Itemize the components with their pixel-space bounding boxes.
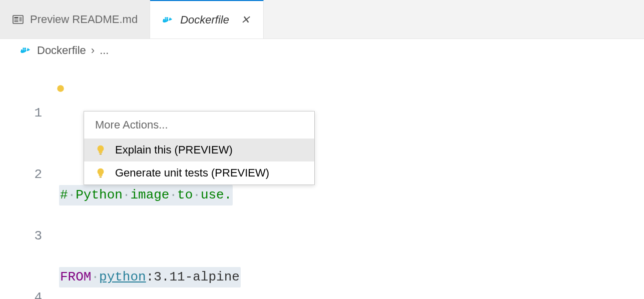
svg-rect-13 [23, 48, 25, 50]
lightbulb-marker-icon[interactable] [56, 84, 65, 93]
svg-rect-11 [23, 50, 25, 51]
code-line[interactable]: #·Python·image·to·use. [59, 185, 644, 206]
svg-rect-1 [15, 17, 19, 18]
tab-label: Preview README.md [30, 13, 138, 26]
line-number: 4 [0, 288, 42, 299]
popup-header: More Actions... [84, 112, 314, 138]
svg-rect-16 [100, 154, 102, 154]
tab-bar: Preview README.md Dockerfile ✕ [0, 0, 644, 39]
svg-point-15 [57, 85, 64, 92]
popup-item-label: Generate unit tests (PREVIEW) [115, 166, 269, 180]
popup-item-generate-tests[interactable]: Generate unit tests (PREVIEW) [84, 162, 314, 184]
svg-rect-5 [163, 19, 165, 20]
svg-rect-14 [25, 48, 26, 50]
tab-label: Dockerfile [180, 14, 229, 26]
docker-icon [162, 16, 174, 24]
lightbulb-icon [95, 144, 106, 156]
tab-dockerfile[interactable]: Dockerfile ✕ [150, 0, 264, 38]
close-icon[interactable]: ✕ [239, 14, 251, 26]
line-number: 2 [0, 164, 42, 185]
line-number: 3 [0, 226, 42, 246]
lightbulb-icon [95, 168, 106, 178]
chevron-right-icon: › [91, 44, 95, 57]
svg-rect-10 [21, 50, 23, 51]
code-text: :3.11-alpine [146, 270, 240, 284]
docker-icon [20, 46, 32, 55]
code-comment: #·Python·image·to·use. [60, 188, 232, 202]
line-number-gutter: 1 2 3 4 5 6 7 8 9 10 11 12 [0, 62, 59, 299]
line-number: 1 [0, 103, 42, 124]
code-link[interactable]: python [99, 270, 146, 284]
svg-rect-12 [25, 50, 26, 51]
svg-rect-9 [167, 17, 168, 18]
svg-rect-4 [20, 17, 22, 22]
breadcrumb-file: Dockerfile [37, 44, 86, 57]
tab-preview-readme[interactable]: Preview README.md [0, 0, 150, 38]
breadcrumb-rest: ... [100, 44, 109, 57]
popup-item-label: Explain this (PREVIEW) [115, 144, 233, 156]
svg-rect-8 [165, 17, 167, 18]
popup-item-explain[interactable]: Explain this (PREVIEW) [84, 138, 314, 162]
breadcrumb[interactable]: Dockerfile › ... [0, 39, 644, 62]
code-line[interactable]: FROM·python:3.11-alpine [59, 267, 644, 288]
code-keyword: FROM [60, 270, 91, 284]
svg-rect-7 [167, 19, 168, 20]
preview-icon [12, 14, 24, 26]
code-action-popup: More Actions... Explain this (PREVIEW) G… [84, 111, 315, 185]
svg-rect-6 [165, 19, 167, 20]
svg-rect-17 [100, 176, 102, 178]
